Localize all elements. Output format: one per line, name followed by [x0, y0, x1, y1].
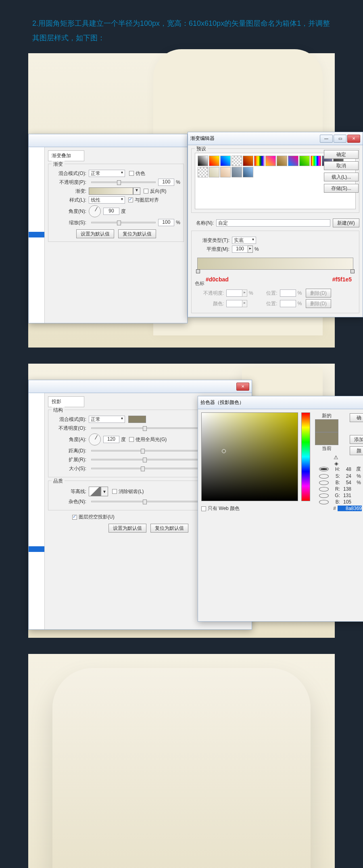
hex-right: #f5f1e5	[332, 276, 352, 283]
titlebar[interactable]: ✕	[29, 380, 252, 393]
scale-label: 缩放(S):	[52, 219, 86, 226]
gtype-select[interactable]: 实底	[232, 237, 256, 244]
scale-input[interactable]: 100	[158, 219, 174, 226]
global-light-checkbox[interactable]	[129, 437, 134, 442]
h-radio[interactable]	[319, 467, 329, 471]
load-button[interactable]: 载入(L)...	[324, 173, 359, 181]
smooth-input[interactable]: 100	[232, 246, 248, 253]
stop-op-label: 不透明度:	[195, 290, 224, 297]
angle-input[interactable]: 120	[103, 436, 119, 443]
save-button[interactable]: 存储(S)...	[324, 184, 359, 193]
angle-row: 角度(N): 90 度	[52, 205, 180, 217]
global-label: 使用全局光(G)	[136, 436, 167, 443]
dist-label: 距离(D):	[52, 448, 86, 454]
group-label: 结构	[52, 407, 65, 414]
gradient-swatch[interactable]	[89, 187, 133, 195]
opacity-row: 不透明度(P): 100 %	[52, 179, 180, 186]
gradient-editor-window: 渐变编辑器 — ▭ ✕ 预设	[188, 132, 363, 317]
aa-checkbox[interactable]	[112, 489, 117, 494]
contour-swatch[interactable]	[89, 487, 101, 496]
dist-slider[interactable]	[91, 450, 215, 452]
name-input[interactable]: 自定	[216, 219, 330, 227]
angle-dial[interactable]	[89, 433, 101, 445]
blend-select[interactable]: 正常	[89, 416, 125, 423]
close-icon[interactable]: ✕	[236, 383, 249, 391]
opacity-label: 不透明度(P):	[52, 179, 86, 186]
bb-radio[interactable]	[319, 500, 329, 504]
sidebar-selected	[29, 546, 44, 552]
color-fields: H:48度L: S:24%a: B:54%b: R:138C: G:131M: …	[319, 465, 363, 512]
gradient-row: 渐变: ▼ 反向(R)	[52, 187, 180, 195]
stop-loc-label: 位置:	[259, 290, 277, 297]
sidebar-selected	[29, 232, 44, 237]
webonly-checkbox[interactable]	[201, 506, 206, 511]
delete-button[interactable]: 删除(D)	[306, 289, 331, 298]
scale-slider[interactable]	[91, 222, 156, 223]
opacity-slider[interactable]	[91, 181, 156, 183]
blend-label: 混合模式(B):	[52, 416, 86, 423]
lib-button[interactable]: 颜	[350, 446, 363, 455]
presets-label: 预设	[195, 146, 208, 152]
name-label: 名称(N):	[191, 220, 214, 227]
set-default-button[interactable]: 设置为默认值	[76, 229, 114, 238]
hex-input[interactable]: 8a8369	[338, 506, 362, 511]
r-input[interactable]: 138	[342, 486, 351, 492]
s-input[interactable]: 24	[342, 473, 351, 479]
stop-right[interactable]	[350, 269, 355, 273]
style-select[interactable]: 线性	[89, 196, 125, 204]
scale-row: 缩放(S): 100 %	[52, 219, 180, 226]
result-shape	[52, 668, 311, 868]
reverse-checkbox[interactable]	[144, 189, 148, 194]
close-icon[interactable]: ✕	[347, 135, 360, 143]
result-panel	[28, 654, 335, 868]
blend-row: 混合模式(O): 正常 仿色	[52, 170, 180, 177]
panel-title: 渐变叠加	[48, 150, 84, 161]
gradient-group: 渐变 混合模式(O): 正常 仿色 不透明度(P): 100 %	[48, 164, 184, 242]
stop-loc-label2: 位置:	[259, 300, 277, 307]
b-radio[interactable]	[319, 481, 329, 485]
bv-input[interactable]: 54	[342, 480, 351, 485]
stop-left[interactable]	[196, 269, 200, 273]
r-radio[interactable]	[319, 487, 329, 491]
new-swatch	[315, 419, 338, 432]
hex-left: #d0cbad	[206, 276, 229, 283]
blend-mode-select[interactable]: 正常	[89, 170, 125, 177]
minimize-icon[interactable]: —	[320, 135, 333, 143]
new-button[interactable]: 新建(W)	[333, 219, 359, 227]
angle-input[interactable]: 90	[103, 208, 119, 215]
knockout-checkbox[interactable]	[72, 515, 77, 520]
bb-input[interactable]: 105	[342, 499, 351, 505]
hue-slider[interactable]	[301, 412, 310, 501]
angle-dial[interactable]	[89, 205, 101, 217]
maximize-icon[interactable]: ▭	[334, 135, 346, 143]
align-checkbox[interactable]	[128, 198, 133, 202]
sv-field[interactable]	[201, 412, 298, 501]
aa-label: 消除锯齿(L)	[119, 488, 144, 495]
opacity-value[interactable]: 100	[158, 179, 174, 186]
g-radio[interactable]	[319, 493, 329, 498]
layer-style-gradient-window: 渐变叠加 渐变 混合模式(O): 正常 仿色 不透明度(P): 100 %	[28, 134, 188, 323]
gtype-label: 渐变类型(T):	[195, 237, 229, 244]
g-input[interactable]: 131	[342, 493, 351, 498]
ok-button[interactable]: 确定	[324, 150, 359, 159]
size-slider[interactable]	[91, 468, 215, 469]
cancel-button[interactable]: 取消	[324, 161, 359, 170]
shadow-color-swatch[interactable]	[128, 416, 146, 423]
titlebar[interactable]: 拾色器（投影颜色）	[198, 396, 363, 409]
style-row: 样式(L): 线性 与图层对齐	[52, 196, 180, 204]
reset-default-button[interactable]: 复位为默认值	[118, 229, 156, 238]
ok-button[interactable]: 确	[350, 413, 363, 422]
pct: %	[176, 220, 180, 225]
new-label: 新的	[315, 412, 338, 419]
set-default-button[interactable]: 设置为默认值	[108, 524, 146, 533]
reset-default-button[interactable]: 复位为默认值	[150, 524, 188, 533]
titlebar[interactable]: 渐变编辑器 — ▭ ✕	[188, 132, 363, 145]
dither-checkbox[interactable]	[129, 171, 134, 176]
s-radio[interactable]	[319, 474, 329, 479]
add-button[interactable]: 添加	[350, 435, 363, 444]
h-input[interactable]: 48	[342, 466, 351, 472]
grad-arrow[interactable]: ▼	[133, 187, 140, 195]
gradient-bar[interactable]	[197, 258, 353, 270]
style-label: 样式(L):	[52, 197, 86, 204]
delete-button-2[interactable]: 删除(D)	[306, 299, 331, 308]
